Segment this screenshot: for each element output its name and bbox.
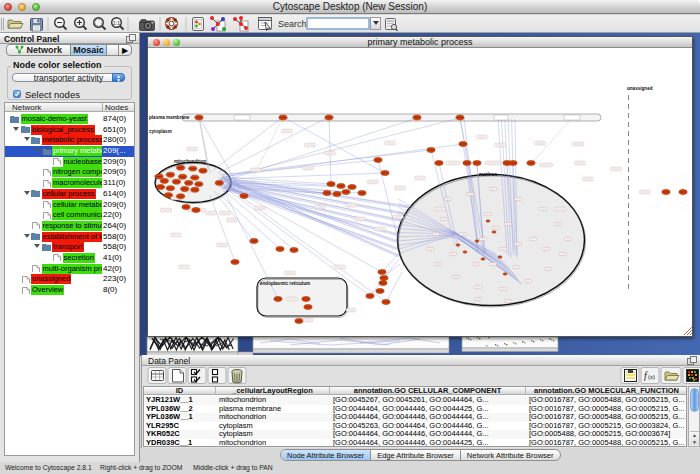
svg-text:cytoplasm: cytoplasm [149,129,172,134]
svg-text:(x): (x) [648,374,655,380]
svg-text:1:1: 1:1 [113,20,120,26]
svg-text:plasma membrane: plasma membrane [149,115,190,120]
svg-text:endoplasmic reticulum: endoplasmic reticulum [260,281,310,286]
svg-text:unassigned: unassigned [627,86,653,91]
svg-text:nucleus: nucleus [479,172,497,177]
svg-text:mitochondrion: mitochondrion [174,159,206,164]
